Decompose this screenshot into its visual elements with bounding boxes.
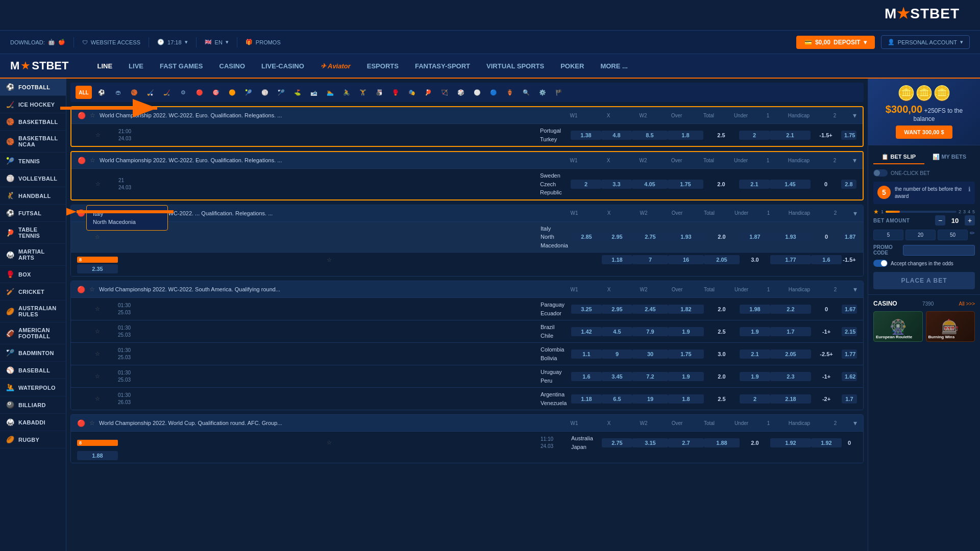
match-row-uruguay[interactable]: ☆ 01:3025.03 UruguayPeru 1.6 3.45 7.2 1.… — [71, 365, 863, 387]
sport-icon-badminton2[interactable]: 🏸 — [275, 86, 288, 99]
casino-all-link[interactable]: All >>> — [959, 301, 975, 307]
match-header-4[interactable]: 🔴 ☆ World Championship 2022. WC-2022. So… — [71, 281, 863, 297]
odds-x-uruguay[interactable]: 3.45 — [602, 372, 632, 381]
sport-icon-search[interactable]: 🔍 — [520, 86, 533, 99]
sidebar-item-ice-hockey[interactable]: 🏒 ICE HOCKEY — [0, 96, 66, 113]
star-colombia[interactable]: ☆ — [77, 350, 118, 357]
want-bonus-button[interactable]: WANT 300,00 $ — [896, 126, 952, 139]
sport-icon-circle-red[interactable]: 🔴 — [193, 86, 206, 99]
tab-my-bets[interactable]: 📊 MY BETS — [924, 151, 975, 164]
odds-w2-uruguay[interactable]: 7.2 — [632, 372, 668, 381]
odds-2-uruguay[interactable]: 1.62 — [842, 372, 857, 381]
odds-w2-portugal[interactable]: 8.5 — [632, 131, 668, 140]
nav-fast-games[interactable]: FAST GAMES — [152, 54, 211, 79]
odds-over-portugal[interactable]: 1.8 — [668, 131, 703, 140]
sport-icon-volleyball2[interactable]: 🏐 — [258, 86, 272, 99]
match-row-argentina[interactable]: ☆ 01:3026.03 ArgentinaVenezuela 1.18 6.5… — [71, 387, 863, 410]
odds-1-brazil[interactable]: 1.7 — [770, 327, 811, 336]
odds-w2-paraguay[interactable]: 2.45 — [632, 305, 668, 314]
odds-x-brazil[interactable]: 4.5 — [602, 327, 632, 336]
odds-w1-paraguay[interactable]: 3.25 — [571, 305, 602, 314]
star-argentina[interactable]: ☆ — [77, 395, 118, 402]
sport-icon-settings[interactable]: ⚙️ — [536, 86, 549, 99]
odds-w2-italy2[interactable]: 16 — [668, 255, 704, 264]
odds-over-australia[interactable]: 1.88 — [704, 438, 740, 447]
sport-icon-gear[interactable]: ⚙ — [177, 86, 190, 99]
nav-casino[interactable]: CASINO — [211, 54, 254, 79]
odds-over-paraguay[interactable]: 1.82 — [668, 305, 704, 314]
sport-icon-drama[interactable]: 🎭 — [405, 86, 419, 99]
odds-1-uruguay[interactable]: 2.3 — [770, 372, 811, 381]
sport-icon-archery[interactable]: 🏹 — [438, 86, 451, 99]
match-row-portugal[interactable]: ☆ 21:0024.03 PortugalTurkey 1.38 4.8 8.5… — [71, 123, 863, 146]
quick-amount-50[interactable]: 50 — [938, 230, 968, 240]
lang-item[interactable]: 🇬🇧 EN ▾ — [205, 39, 229, 45]
nav-esports[interactable]: ESPORTS — [359, 54, 407, 79]
sidebar-item-table-tennis[interactable]: 🏓 TABLE TENNIS — [0, 222, 66, 244]
odds-w2-argentina[interactable]: 19 — [632, 394, 668, 404]
promos-item[interactable]: 🎁 PROMOS — [246, 39, 281, 45]
nav-poker[interactable]: POKER — [552, 54, 592, 79]
sidebar-item-box[interactable]: 🥊 BOX — [0, 266, 66, 283]
odds-1-paraguay[interactable]: 2.2 — [770, 305, 811, 314]
odds-over-uruguay[interactable]: 1.9 — [668, 372, 704, 381]
increase-amount-button[interactable]: + — [965, 215, 975, 226]
odds-under-italy[interactable]: 1.87 — [740, 232, 770, 241]
star-4[interactable]: ☆ — [89, 286, 95, 293]
expand-5[interactable]: ▾ — [853, 419, 857, 427]
odds-w1-uruguay[interactable]: 1.6 — [571, 372, 602, 381]
odds-under-argentina[interactable]: 2 — [740, 394, 770, 404]
star-2[interactable]: ☆ — [90, 157, 95, 164]
sport-icon-stadium[interactable]: 🏟 — [111, 86, 125, 99]
odds-over-argentina[interactable]: 1.8 — [668, 394, 704, 404]
match-header-2[interactable]: 🔴 ☆ World Championship 2022. WC-2022. Eu… — [71, 152, 863, 168]
decrease-amount-button[interactable]: − — [935, 215, 945, 226]
sport-icon-box2[interactable]: 🥊 — [389, 86, 402, 99]
match-row-sweden[interactable]: ☆ 2124.03 SwedenCzech Republic 2 3.3 4.0… — [71, 168, 863, 199]
deposit-button[interactable]: 💳 $0,00 DEPOSIT ▾ — [796, 36, 875, 49]
odds-1-colombia[interactable]: 2.05 — [770, 349, 811, 359]
match-header-1[interactable]: 🔴 ☆ World Championship 2022. WC-2022. Eu… — [71, 107, 863, 123]
odds-x-paraguay[interactable]: 2.95 — [602, 305, 632, 314]
odds-x-italy2[interactable]: 7 — [632, 255, 668, 264]
match-header-3[interactable]: 🔴 ☆ World Championship 2022. WC-2022. ..… — [71, 205, 863, 221]
sidebar-item-australian-rules[interactable]: 🏉 AUSTRALIAN RULES — [0, 300, 66, 322]
sidebar-item-football[interactable]: ⚽ FOOTBALL — [0, 79, 66, 96]
star-5[interactable]: ☆ — [89, 419, 95, 427]
star-italy[interactable]: ☆ — [77, 234, 118, 240]
odds-w1-australia[interactable]: 2.75 — [602, 438, 632, 447]
sport-icon-swim[interactable]: 🏊 — [324, 86, 337, 99]
quick-amount-20[interactable]: 20 — [905, 230, 936, 240]
sport-icon-dice[interactable]: 🎲 — [454, 86, 468, 99]
star-brazil[interactable]: ☆ — [77, 328, 118, 335]
odds-w2-australia[interactable]: 2.7 — [668, 438, 704, 447]
odds-x-portugal[interactable]: 4.8 — [601, 131, 632, 140]
sidebar-item-rugby[interactable]: 🏉 RUGBY — [0, 431, 66, 448]
sidebar-item-basketball[interactable]: 🏀 BASKETBALL — [0, 113, 66, 131]
star-paraguay[interactable]: ☆ — [77, 306, 118, 312]
nav-aviator[interactable]: ✈ Aviator — [312, 54, 359, 79]
odds-w1-italy2[interactable]: 1.18 — [602, 255, 632, 264]
star-sweden[interactable]: ☆ — [78, 181, 118, 187]
odds-x-argentina[interactable]: 6.5 — [602, 394, 632, 404]
website-access-item[interactable]: 🛡 WEBSITE ACCESS — [82, 39, 140, 45]
odds-1-argentina[interactable]: 2.18 — [770, 394, 811, 404]
odds-2-argentina[interactable]: 1.7 — [842, 394, 857, 404]
match-row-italy[interactable]: ☆ ItalyNorth Macedonia 2.85 2.95 2.75 1.… — [71, 221, 863, 253]
odds-1-italy2[interactable]: 1.6 — [811, 255, 842, 264]
sport-icon-hockey2[interactable]: 🏑 — [144, 86, 157, 99]
odds-w1-brazil[interactable]: 1.42 — [571, 327, 602, 336]
nav-live-casino[interactable]: LIVE-CASINO — [253, 54, 312, 79]
sidebar-item-volleyball[interactable]: 🏐 VOLLEYBALL — [0, 170, 66, 187]
sidebar-item-martial-arts[interactable]: 🥋 MARTIAL ARTS — [0, 244, 66, 266]
star-australia[interactable]: ☆ — [118, 439, 541, 446]
sidebar-item-badminton[interactable]: 🏸 BADMINTON — [0, 344, 66, 362]
odds-w2-sweden[interactable]: 4.05 — [632, 180, 668, 189]
odds-under-brazil[interactable]: 1.9 — [740, 327, 770, 336]
odds-w1-colombia[interactable]: 1.1 — [571, 349, 602, 359]
sidebar-item-handball[interactable]: 🤾 HANDBALL — [0, 187, 66, 205]
sport-icon-lift[interactable]: 🏋 — [356, 86, 370, 99]
odds-over-brazil[interactable]: 1.9 — [668, 327, 704, 336]
odds-2-sweden[interactable]: 2.8 — [841, 180, 856, 189]
sport-icon-bowl[interactable]: 🎳 — [373, 86, 386, 99]
